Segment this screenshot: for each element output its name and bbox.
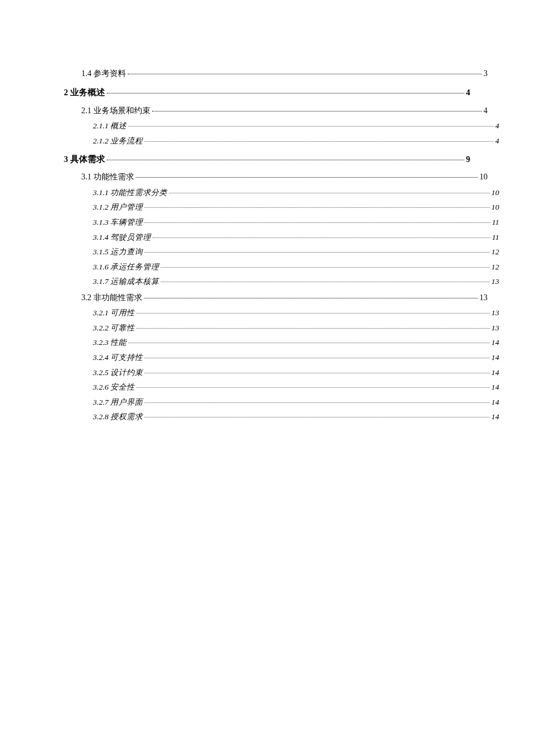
toc-label: 3.1.5 运力查询 [93,246,143,258]
toc-page-number: 14 [492,381,500,394]
toc-page-number: 13 [492,275,500,288]
toc-page-number: 13 [479,291,488,304]
toc-leader-dots [128,343,489,343]
toc-leader-dots [153,237,490,238]
toc-page-number: 10 [479,171,488,183]
toc-page-number: 14 [492,411,500,423]
toc-page-number: 14 [492,396,500,409]
toc-label: 3.2.2 可靠性 [93,322,135,334]
toc-entry: 3.1.1 功能性需求分类 10 [93,186,499,199]
toc-entry: 3.1 功能性需求 10 [81,171,488,183]
toc-leader-dots [107,93,464,93]
toc-page-number: 13 [492,322,500,334]
toc-label: 3.2.8 授权需求 [93,411,143,423]
toc-leader-dots [145,373,489,373]
toc-entry: 3.1.2 用户管理 10 [93,201,499,214]
toc-leader-dots [107,160,464,160]
toc-entry: 3.1.3 车辆管理 11 [93,216,499,229]
toc-entry: 1.4 参考资料 3 [81,67,488,80]
toc-entry: 3.2.4 可支持性 14 [93,351,499,364]
toc-entry: 2 业务概述 4 [64,86,470,99]
toc-entry: 3.2.1 可用性 13 [93,307,499,319]
toc-label: 3.2 非功能性需求 [81,291,142,304]
toc-page-number: 11 [492,231,500,244]
toc-label: 3.1.7 运输成本核算 [93,275,159,288]
toc-leader-dots [145,358,489,358]
toc-leader-dots [136,177,478,178]
toc-label: 1.4 参考资料 [81,67,126,80]
toc-entry: 3.2 非功能性需求 13 [81,291,488,304]
toc-leader-dots [136,313,489,314]
toc-leader-dots [152,111,482,111]
toc-page-number: 10 [492,201,500,214]
toc-leader-dots [161,282,489,282]
toc-leader-dots [136,387,489,388]
toc-entry: 2.1.2 业务流程 4 [93,135,499,147]
toc-leader-dots [145,417,489,417]
toc-entry: 3.1.7 运输成本核算 13 [93,275,499,288]
toc-page-number: 4 [484,105,488,117]
toc-label: 2.1.1 概述 [93,120,127,132]
toc-page-number: 14 [492,336,500,349]
toc-entry: 3.2.5 设计约束 14 [93,366,499,379]
toc-page-number: 13 [492,307,500,319]
toc-leader-dots [145,402,489,403]
toc-entry: 2.1.1 概述 4 [93,120,499,132]
toc-entry: 3.2.3 性能 14 [93,336,499,349]
toc-label: 3 具体需求 [64,153,105,166]
toc-page-number: 11 [492,216,500,229]
toc-label: 3.2.4 可支持性 [93,351,143,364]
toc-page-number: 9 [466,153,470,166]
toc-page-number: 3 [484,67,488,80]
toc-label: 3.2.7 用户界面 [93,396,143,409]
toc-page-number: 14 [492,351,500,364]
toc-label: 2.1 业务场景和约束 [81,105,150,117]
toc-leader-dots [161,267,489,268]
toc-label: 3.1.4 驾驶员管理 [93,231,151,244]
toc-label: 2 业务概述 [64,86,105,99]
toc-label: 2.1.2 业务流程 [93,135,143,147]
toc-page-number: 4 [466,86,470,99]
toc-entry: 3.2.6 安全性 14 [93,381,499,394]
toc-label: 3.1.1 功能性需求分类 [93,186,167,199]
toc-leader-dots [145,222,490,223]
toc-label: 3.2.6 安全性 [93,381,135,394]
toc-page-number: 14 [492,366,500,379]
toc-entry: 3.1.5 运力查询 12 [93,246,499,258]
toc-label: 3.1.6 承运任务管理 [93,261,159,273]
table-of-contents: 1.4 参考资料 3 2 业务概述 4 2.1 业务场景和约束 4 2.1.1 … [64,67,470,423]
toc-page-number: 12 [492,261,500,273]
toc-entry: 2.1 业务场景和约束 4 [81,105,488,117]
toc-entry: 3.1.6 承运任务管理 12 [93,261,499,273]
toc-page-number: 4 [495,120,499,132]
toc-leader-dots [136,328,489,329]
toc-leader-dots [128,126,493,127]
toc-leader-dots [128,74,482,74]
toc-label: 3.2.3 性能 [93,336,127,349]
toc-label: 3.1 功能性需求 [81,171,134,183]
toc-entry: 3.1.4 驾驶员管理 11 [93,231,499,244]
toc-leader-dots [169,193,489,193]
toc-entry: 3.2.2 可靠性 13 [93,322,499,334]
toc-entry: 3.2.7 用户界面 14 [93,396,499,409]
toc-entry: 3 具体需求 9 [64,153,470,166]
toc-leader-dots [144,298,478,298]
toc-label: 3.2.1 可用性 [93,307,135,319]
toc-label: 3.1.2 用户管理 [93,201,143,214]
toc-label: 3.2.5 设计约束 [93,366,143,379]
toc-leader-dots [145,207,489,208]
toc-leader-dots [145,141,493,142]
toc-page-number: 10 [492,186,500,199]
toc-page-number: 4 [495,135,499,147]
toc-label: 3.1.3 车辆管理 [93,216,143,229]
toc-leader-dots [145,252,489,253]
toc-entry: 3.2.8 授权需求 14 [93,411,499,423]
toc-page-number: 12 [492,246,500,258]
